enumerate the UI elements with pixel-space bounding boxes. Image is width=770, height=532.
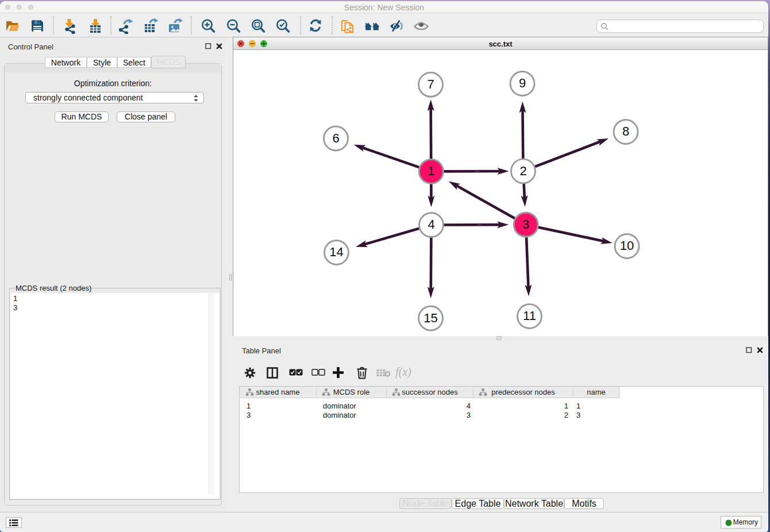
svg-text:3: 3: [522, 217, 529, 232]
svg-text:1: 1: [428, 164, 434, 178]
svg-text:11: 11: [523, 309, 536, 323]
svg-text:14: 14: [329, 245, 343, 259]
svg-text:15: 15: [424, 311, 437, 325]
svg-text:2: 2: [519, 164, 526, 178]
svg-text:7: 7: [427, 77, 434, 91]
svg-text:10: 10: [620, 238, 634, 253]
svg-text:6: 6: [332, 131, 339, 145]
svg-text:4: 4: [428, 217, 434, 232]
svg-text:9: 9: [519, 76, 526, 90]
svg-text:8: 8: [622, 124, 629, 138]
